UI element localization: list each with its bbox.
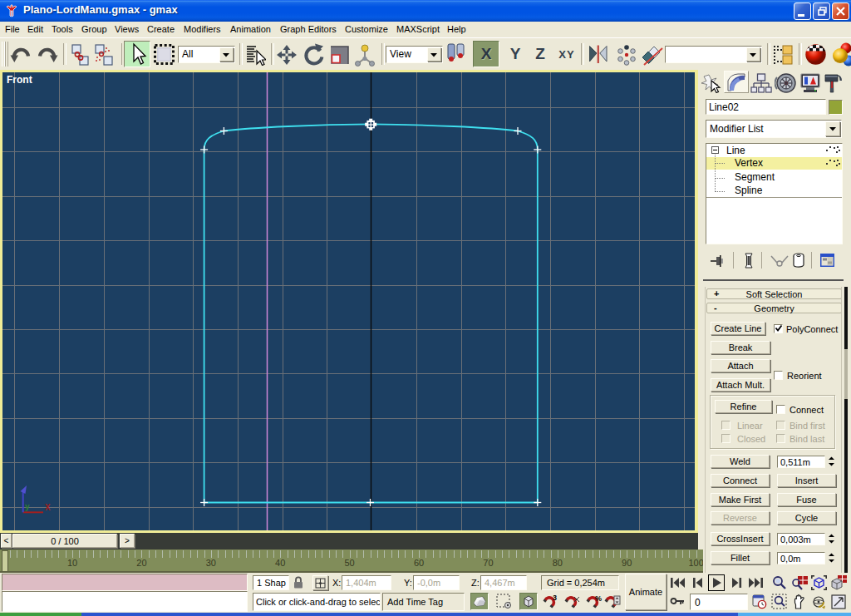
- svg-text:3: 3: [553, 594, 557, 602]
- svg-text:y: y: [25, 502, 30, 511]
- svg-text:X: X: [45, 503, 51, 512]
- svg-text:%: %: [595, 594, 602, 603]
